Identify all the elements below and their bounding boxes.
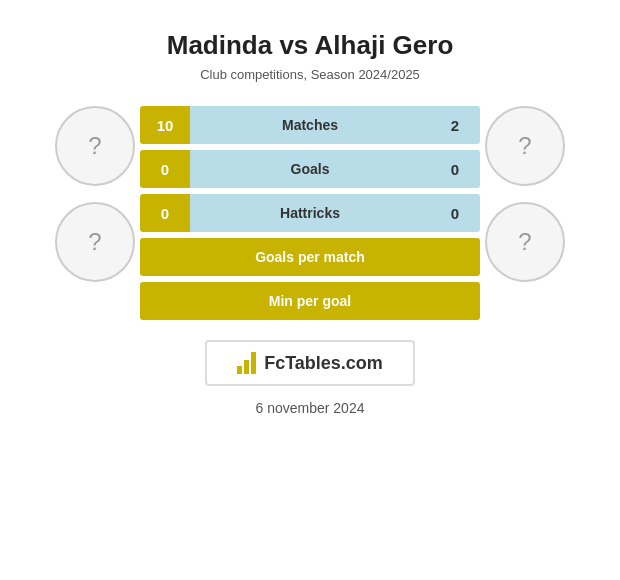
goals-left-value: 0 bbox=[140, 150, 190, 188]
left-avatar-col: ? ? bbox=[50, 106, 140, 282]
stat-row-matches: 10 Matches 2 bbox=[140, 106, 480, 144]
bar-chart-icon bbox=[237, 352, 256, 374]
goals-right-value: 0 bbox=[430, 150, 480, 188]
stat-row-hattricks: 0 Hattricks 0 bbox=[140, 194, 480, 232]
team1-avatar: ? bbox=[55, 202, 135, 282]
stat-row-goals: 0 Goals 0 bbox=[140, 150, 480, 188]
stat-row-goals-per-match: Goals per match bbox=[140, 238, 480, 276]
hattricks-left-value: 0 bbox=[140, 194, 190, 232]
hattricks-right-value: 0 bbox=[430, 194, 480, 232]
player1-avatar: ? bbox=[55, 106, 135, 186]
page-title: Madinda vs Alhaji Gero bbox=[167, 30, 454, 61]
date-text: 6 november 2024 bbox=[256, 400, 365, 416]
team2-avatar: ? bbox=[485, 202, 565, 282]
stat-row-min-per-goal: Min per goal bbox=[140, 282, 480, 320]
hattricks-label: Hattricks bbox=[190, 194, 430, 232]
player2-avatar: ? bbox=[485, 106, 565, 186]
fctables-logo: FcTables.com bbox=[205, 340, 415, 386]
matches-right-value: 2 bbox=[430, 106, 480, 144]
min-per-goal-label: Min per goal bbox=[140, 282, 480, 320]
fctables-text: FcTables.com bbox=[264, 353, 383, 374]
goals-per-match-label: Goals per match bbox=[140, 238, 480, 276]
matches-label: Matches bbox=[190, 106, 430, 144]
matches-left-value: 10 bbox=[140, 106, 190, 144]
right-avatar-col: ? ? bbox=[480, 106, 570, 282]
page-subtitle: Club competitions, Season 2024/2025 bbox=[200, 67, 420, 82]
stats-column: 10 Matches 2 0 Goals 0 0 Hattricks 0 Goa… bbox=[140, 106, 480, 320]
comparison-area: ? ? 10 Matches 2 0 Goals 0 0 Hattricks 0… bbox=[20, 106, 600, 320]
goals-label: Goals bbox=[190, 150, 430, 188]
